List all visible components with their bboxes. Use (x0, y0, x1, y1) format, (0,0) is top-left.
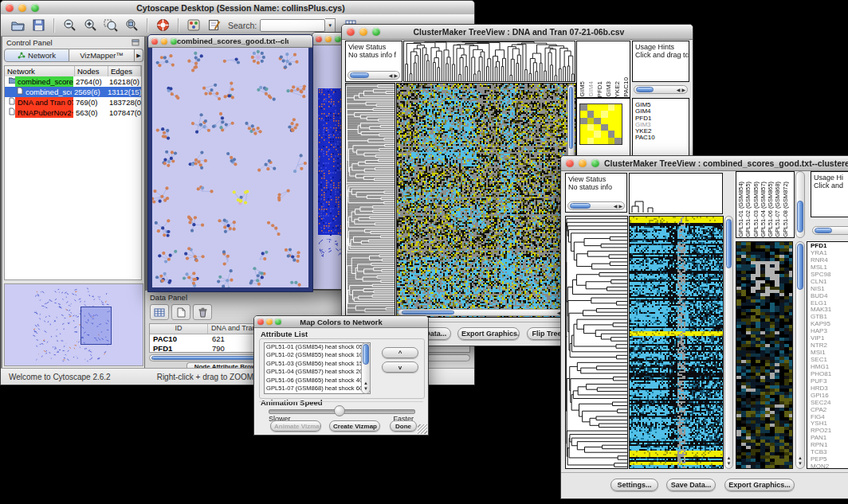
create-vizmap-button[interactable]: Create Vizmap (329, 420, 380, 432)
minimize-icon[interactable] (359, 28, 367, 36)
tab-network[interactable]: Network (4, 49, 69, 62)
close-icon[interactable] (6, 4, 14, 12)
move-up-button[interactable]: ^ (382, 347, 418, 358)
heatmap-column-label[interactable]: GPL51-07 (GSM868) (774, 182, 781, 237)
save-data-button[interactable]: Save Data... (666, 479, 716, 491)
attribute-list-vscrollbar[interactable]: ▲▼ (361, 342, 371, 394)
network-overview-canvas[interactable] (5, 284, 143, 365)
tab-overflow-arrow[interactable]: ▶ (135, 49, 143, 62)
resize-grip[interactable] (418, 424, 427, 434)
network-list-header[interactable]: NetworkNodesEdges (5, 66, 141, 76)
close-icon[interactable] (316, 36, 322, 42)
heatmap-column-label[interactable]: GPL51-04 (GSM857) (760, 182, 767, 237)
heatmap-column-label[interactable]: YKE2 (614, 81, 622, 97)
search-dropdown-button[interactable]: ▼ (325, 18, 336, 33)
close-icon[interactable] (151, 38, 158, 45)
network-list-row[interactable]: RNAPuberNov2+563(0)107847(0) (5, 107, 141, 118)
vizmapper-palette-icon[interactable] (185, 18, 202, 33)
export-graphics-button[interactable]: Export Graphics... (724, 479, 795, 491)
attribute-list[interactable]: GPL51-01 (GSM854) heat shock 05 minGPL51… (264, 342, 371, 394)
network-view-window[interactable]: combined_scores_good.txt--cluste... (147, 34, 313, 292)
zoom-window-icon[interactable] (372, 28, 380, 36)
map-colors-dialog[interactable]: Map Colors to Network Attribute List GPL… (253, 315, 429, 436)
zoom-vscrollbar[interactable]: ▲▼ (795, 241, 805, 469)
tab-vizmapper[interactable]: VizMapper™ (69, 49, 135, 62)
usage-hints-hscrollbar[interactable]: ◀▶ (634, 85, 688, 94)
save-icon[interactable] (29, 18, 47, 33)
slider-thumb[interactable] (334, 405, 345, 416)
zoom-fit-icon[interactable] (123, 18, 140, 33)
done-button[interactable]: Done (390, 420, 417, 432)
heatmap-column-label[interactable]: GIM3 (605, 81, 613, 97)
heatmap-row-label[interactable]: PAC10 (635, 135, 689, 141)
network-overview-panel[interactable] (4, 283, 143, 366)
heatmap-column-label[interactable]: GIM5 (579, 81, 587, 97)
heatmap-vscrollbar[interactable]: ▲▼ (724, 216, 733, 469)
attribute-list-item[interactable]: GPL51-04 (GSM857) heat shock 20 min (265, 368, 370, 376)
select-attributes-icon[interactable] (150, 304, 169, 320)
close-icon[interactable] (566, 159, 574, 167)
new-attribute-icon[interactable] (171, 304, 190, 320)
zoom-selected-region-icon[interactable] (102, 18, 120, 33)
heatmap-column-label[interactable]: GIM4 (587, 81, 595, 97)
network-column-header[interactable]: Network (5, 66, 75, 76)
close-icon[interactable] (347, 28, 355, 36)
treeview1-heatmap[interactable]: ▲▼ ◀▶ (396, 83, 576, 318)
settings-button[interactable]: Settings... (610, 479, 658, 491)
zoom-out-icon[interactable] (61, 18, 78, 33)
zoom-window-icon[interactable] (275, 318, 281, 325)
heatmap-column-label[interactable]: PAC10 (622, 77, 630, 97)
network-column-header[interactable]: Nodes (75, 66, 108, 76)
treeview2-gene-list[interactable]: PFD1YRA1RNR4MSL1SPC98CLN1NIS1BUD4ELG1MAK… (807, 241, 848, 469)
main-title-bar[interactable]: Cytoscape Desktop (Session Name: collins… (1, 1, 474, 15)
treeview-window-combined[interactable]: ClusterMaker TreeView : combined_scores_… (560, 155, 848, 499)
zoom-in-icon[interactable] (81, 18, 99, 33)
network-list-row[interactable]: DNA and Tran 07769(0)183728(0) (5, 97, 141, 107)
minimize-icon[interactable] (579, 159, 587, 167)
correlation-mini-heatmap[interactable] (579, 104, 622, 145)
treeview1-row-dendrogram[interactable] (345, 83, 395, 318)
view-status-hscrollbar[interactable]: ◀▶ (567, 201, 625, 210)
attribute-list-item[interactable]: GPL51-06 (GSM865) heat shock 40 min (265, 377, 370, 385)
treeview2-heatmap[interactable] (629, 216, 724, 469)
minimize-icon[interactable] (325, 36, 332, 42)
heatmap-column-label[interactable]: GPL51-03 (GSM856) (752, 182, 760, 237)
network-list-row[interactable]: combined_scores2764(0)16218(0) (5, 76, 141, 87)
usage-hints-hscrollbar[interactable]: ◀▶ (812, 226, 848, 235)
animate-vizmap-button[interactable]: Animate Vizmap (270, 420, 321, 432)
heatmap-column-label[interactable]: GPL51-02 (GSM855) (744, 182, 752, 237)
network-graph-canvas[interactable] (152, 48, 308, 287)
heatmap-column-label[interactable]: PFD1 (596, 81, 604, 97)
minimize-icon[interactable] (18, 4, 26, 12)
attribute-list-item[interactable]: GPL51-03 (GSM856) heat shock 15 min (265, 360, 370, 368)
column-header-id[interactable]: ID (150, 324, 208, 334)
attribute-list-item[interactable]: GPL51-07 (GSM868) heat shock 60 min (265, 385, 370, 393)
network-column-header[interactable]: Edges (108, 66, 141, 76)
treeview1-column-dendrogram[interactable] (403, 41, 575, 82)
search-input[interactable] (260, 19, 325, 32)
treeview2-row-dendrogram[interactable] (565, 216, 628, 469)
view-status-hscrollbar[interactable]: ◀▶ (347, 71, 400, 80)
column-labels-vscrollbar[interactable] (795, 171, 805, 238)
heatmap-column-label[interactable]: GPL51-01 (GSM854) (737, 182, 744, 237)
attribute-list-item[interactable]: GPL51-02 (GSM855) heat shock 10 min (265, 351, 370, 359)
open-folder-icon[interactable] (9, 18, 26, 33)
delete-attribute-trash-icon[interactable] (193, 304, 212, 320)
treeview2-column-dendrogram[interactable] (629, 173, 723, 214)
close-icon[interactable] (257, 318, 264, 325)
attribute-list-item[interactable]: GPL51-01 (GSM854) heat shock 05 min (265, 343, 370, 351)
dense-network-canvas[interactable] (317, 50, 344, 289)
export-graphics-button[interactable]: Export Graphics... (457, 327, 520, 340)
zoom-window-icon[interactable] (171, 38, 177, 45)
float-panel-icon[interactable] (132, 39, 139, 46)
zoom-window-icon[interactable] (335, 36, 341, 42)
annotation-icon[interactable] (206, 18, 223, 33)
move-down-button[interactable]: v (382, 361, 418, 373)
gene-label[interactable]: MON2 (809, 463, 848, 469)
zoom-window-icon[interactable] (31, 4, 39, 12)
zoom-window-icon[interactable] (591, 159, 599, 167)
minimize-icon[interactable] (266, 318, 273, 325)
treeview2-zoom-heatmap[interactable] (736, 241, 793, 469)
network-list-row[interactable]: combined_sco2569(6)13112(15) (5, 87, 141, 97)
help-ring-icon[interactable] (154, 18, 171, 33)
